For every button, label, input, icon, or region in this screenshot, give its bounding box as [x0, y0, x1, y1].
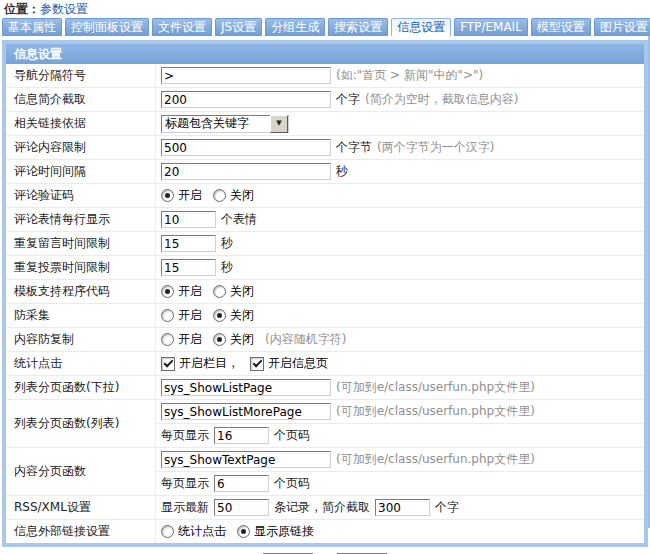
field-line: 开启关闭(内容随机字符): [156, 328, 644, 351]
tab-ftp-email[interactable]: FTP/EMAIL: [454, 18, 528, 36]
radio-icon[interactable]: [213, 189, 226, 202]
row-comment-captcha: 评论验证码开启关闭: [6, 183, 644, 207]
anti-collection-radio-0[interactable]: 开启: [161, 307, 202, 324]
tab-group-gen[interactable]: 分组生成: [265, 18, 325, 36]
comment-interval-input-0[interactable]: [161, 163, 331, 180]
row-field: (如:"首页 > 新闻"中的">"): [156, 64, 644, 87]
field-text: 显示最新: [161, 499, 209, 516]
field-text: 条记录，简介截取: [274, 499, 370, 516]
tab-control-panel[interactable]: 控制面板设置: [65, 18, 149, 36]
settings-panel: 信息设置 导航分隔符号(如:"首页 > 新闻"中的">")信息简介截取个字(简介…: [2, 40, 648, 547]
field-text: 个字节: [336, 139, 372, 156]
click-statistics-check-1[interactable]: 开启信息页: [250, 355, 328, 372]
row-anti-collection: 防采集开启关闭: [6, 303, 644, 327]
row-field: 开启关闭: [156, 304, 644, 327]
row-content-anti-copy: 内容防复制开启关闭(内容随机字符): [6, 327, 644, 351]
row-rss-xml-settings: RSS/XML设置显示最新条记录，简介截取个字: [6, 495, 644, 519]
radio-icon[interactable]: [213, 309, 226, 322]
tab-search[interactable]: 搜索设置: [328, 18, 388, 36]
comment-captcha-radio-0[interactable]: 开启: [161, 187, 202, 204]
radio-icon[interactable]: [237, 525, 250, 538]
list-page-func-dropdown-input-0[interactable]: [161, 379, 331, 396]
radio-icon[interactable]: [161, 333, 174, 346]
radio-icon[interactable]: [161, 189, 174, 202]
hint-text: (如:"首页 > 新闻"中的">"): [336, 67, 483, 84]
row-field: 秒: [156, 232, 644, 255]
content-anti-copy-radio-0[interactable]: 开启: [161, 331, 202, 348]
row-field: 开启栏目，开启信息页: [156, 352, 644, 375]
row-label: 信息简介截取: [6, 88, 156, 111]
row-comment-emoticons-per-row: 评论表情每行显示个表情: [6, 207, 644, 231]
field-line: 开启关闭: [156, 304, 644, 327]
anti-collection-radio-1[interactable]: 关闭: [213, 307, 254, 324]
click-statistics-check-0[interactable]: 开启栏目，: [161, 355, 239, 372]
tab-file[interactable]: 文件设置: [152, 18, 212, 36]
field-line: (如:"首页 > 新闻"中的">"): [156, 64, 644, 87]
row-label: 防采集: [6, 304, 156, 327]
select-value: 标题包含关键字: [162, 115, 270, 132]
comment-captcha-radio-1[interactable]: 关闭: [213, 187, 254, 204]
template-program-code-radio-1[interactable]: 关闭: [213, 283, 254, 300]
row-label: 模板支持程序代码: [6, 280, 156, 303]
content-page-func-input-0[interactable]: [161, 451, 331, 468]
info-external-link-radio-0[interactable]: 统计点击: [161, 523, 226, 540]
field-line: 每页显示个页码: [156, 471, 644, 495]
row-template-program-code: 模板支持程序代码开启关闭: [6, 279, 644, 303]
repeat-vote-limit-input-0[interactable]: [161, 259, 216, 276]
row-field: 显示最新条记录，简介截取个字: [156, 496, 644, 519]
field-line: 个表情: [156, 208, 644, 231]
related-link-basis-select[interactable]: 标题包含关键字▼: [161, 115, 289, 133]
radio-icon[interactable]: [213, 333, 226, 346]
row-field: 开启关闭: [156, 280, 644, 303]
hint-text: (可加到e/class/userfun.php文件里): [336, 403, 535, 420]
template-program-code-radio-0[interactable]: 开启: [161, 283, 202, 300]
nav-separator-input-0[interactable]: [161, 67, 331, 84]
tab-js[interactable]: JS设置: [215, 18, 262, 36]
field-text: 个页码: [274, 427, 310, 444]
row-info-external-link: 信息外部链接设置统计点击显示原链接: [6, 519, 644, 543]
checkbox-icon[interactable]: [161, 357, 175, 371]
option-label: 关闭: [230, 283, 254, 300]
field-text: 每页显示: [161, 427, 209, 444]
content-anti-copy-radio-1[interactable]: 关闭: [213, 331, 254, 348]
tab-basic[interactable]: 基本属性: [2, 18, 62, 36]
field-line: 开启关闭: [156, 184, 644, 207]
radio-icon[interactable]: [213, 285, 226, 298]
list-page-func-list-input-0[interactable]: [161, 403, 331, 420]
comment-emoticons-per-row-input-0[interactable]: [161, 211, 216, 228]
checkbox-icon[interactable]: [250, 357, 264, 371]
row-label: 评论内容限制: [6, 136, 156, 159]
dropdown-arrow-icon[interactable]: ▼: [270, 115, 288, 133]
option-label: 关闭: [230, 187, 254, 204]
row-field: 秒: [156, 256, 644, 279]
rss-xml-settings-input-3[interactable]: [375, 499, 430, 516]
radio-icon[interactable]: [161, 525, 174, 538]
row-field: 个字(简介为空时，截取信息内容): [156, 88, 644, 111]
info-intro-truncate-input-0[interactable]: [161, 91, 331, 108]
radio-icon[interactable]: [161, 309, 174, 322]
tab-model[interactable]: 模型设置: [531, 18, 591, 36]
comment-content-limit-input-0[interactable]: [161, 139, 331, 156]
info-external-link-radio-1[interactable]: 显示原链接: [237, 523, 314, 540]
repeat-message-limit-input-0[interactable]: [161, 235, 216, 252]
row-label: 重复投票时间限制: [6, 256, 156, 279]
field-line: 秒: [156, 160, 644, 183]
option-label: 开启: [178, 283, 202, 300]
tab-info[interactable]: 信息设置: [391, 18, 451, 36]
tab-image[interactable]: 图片设置: [594, 18, 650, 36]
row-field: 开启关闭: [156, 184, 644, 207]
content-page-func-input-1[interactable]: [214, 475, 269, 492]
tab-bar: 基本属性控制面板设置文件设置JS设置分组生成搜索设置信息设置FTP/EMAIL模…: [2, 18, 650, 36]
row-list-page-func-list: 列表分页函数(列表)(可加到e/class/userfun.php文件里)每页显…: [6, 399, 644, 447]
list-page-func-list-input-1[interactable]: [214, 427, 269, 444]
radio-icon[interactable]: [161, 285, 174, 298]
field-text: 每页显示: [161, 475, 209, 492]
rss-xml-settings-input-1[interactable]: [214, 499, 269, 516]
row-repeat-message-limit: 重复留言时间限制秒: [6, 231, 644, 255]
row-info-intro-truncate: 信息简介截取个字(简介为空时，截取信息内容): [6, 87, 644, 111]
row-field: (可加到e/class/userfun.php文件里)每页显示个页码: [156, 448, 644, 495]
breadcrumb-link-settings[interactable]: 参数设置: [40, 2, 88, 16]
row-label: 内容防复制: [6, 328, 156, 351]
option-label: 显示原链接: [254, 523, 314, 540]
row-comment-interval: 评论时间间隔秒: [6, 159, 644, 183]
